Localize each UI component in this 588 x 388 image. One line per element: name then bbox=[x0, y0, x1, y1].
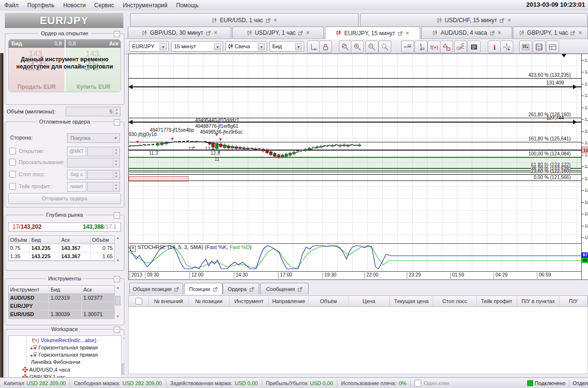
v-spacing-button[interactable] bbox=[414, 41, 428, 53]
scroll-down-icon[interactable]: ▼ bbox=[115, 315, 121, 318]
popout-icon[interactable] bbox=[398, 31, 403, 36]
tree-item-fibonacci[interactable]: Линейка Фибоначчи bbox=[31, 359, 80, 366]
zoom-out-button[interactable] bbox=[365, 41, 378, 53]
axis-scale-button[interactable] bbox=[307, 41, 320, 53]
close-icon[interactable]: × bbox=[508, 18, 511, 23]
sell-button[interactable]: Продать EUR bbox=[9, 83, 65, 90]
chart-tab[interactable]: USD/CHF, 15 минут× bbox=[360, 13, 588, 27]
zoom-reset-button[interactable] bbox=[378, 41, 391, 53]
scroll-up-icon[interactable]: ▲ bbox=[115, 236, 121, 239]
info-button[interactable]: i bbox=[488, 41, 501, 53]
slippage-checkbox[interactable] bbox=[9, 159, 16, 166]
side-select[interactable]: Покупка▼ bbox=[67, 133, 120, 143]
tree-item-hline[interactable]: Горизонтальная прямая bbox=[30, 351, 98, 359]
popout-icon[interactable] bbox=[266, 18, 271, 23]
popout-icon[interactable] bbox=[500, 18, 505, 23]
menu-item-6[interactable]: Помощь bbox=[172, 2, 203, 9]
column-header[interactable]: Стоп лосс bbox=[433, 296, 477, 306]
shapes-button[interactable] bbox=[440, 41, 453, 53]
chart-tab[interactable]: GBP/USD, 30 минут× bbox=[128, 27, 231, 39]
close-icon[interactable]: × bbox=[306, 30, 309, 35]
functions-button[interactable]: f(×) bbox=[428, 41, 441, 53]
stoploss-type-tag[interactable]: бид ≤ bbox=[67, 170, 86, 180]
positions-tab[interactable]: Позиции bbox=[184, 283, 223, 294]
one-click-checkbox[interactable] bbox=[414, 380, 421, 387]
tree-item-indicator[interactable]: f(×) VolumeRectIndic...alse) bbox=[32, 337, 96, 344]
popout-icon[interactable] bbox=[174, 287, 179, 291]
chart-layout-button[interactable] bbox=[546, 41, 559, 53]
stepper-arrows-icon[interactable]: ▲▼ bbox=[113, 108, 120, 115]
stoploss-checkbox[interactable] bbox=[9, 171, 16, 178]
zoom-in-button[interactable] bbox=[351, 41, 364, 53]
chart-tab[interactable]: GBP/JPY, 1 час× bbox=[513, 27, 588, 39]
instrument-row[interactable]: EUR/USD 1.30039 1.30071 bbox=[9, 310, 114, 319]
menu-item-3[interactable]: Новости bbox=[59, 2, 90, 9]
lock-button[interactable] bbox=[319, 41, 332, 53]
scrollbar-thumb[interactable] bbox=[115, 296, 120, 305]
open-price-stepper[interactable]: ▲▼ bbox=[87, 147, 120, 156]
tree-item-hline[interactable]: Горизонтальная прямая bbox=[30, 344, 98, 351]
column-header[interactable]: № позиции bbox=[188, 296, 229, 306]
scroll-down-icon[interactable]: ▼ bbox=[115, 259, 121, 262]
takeprofit-stepper[interactable]: ▲▼ bbox=[87, 182, 120, 192]
column-header[interactable]: Цена bbox=[348, 296, 390, 306]
buy-button[interactable]: Купить EUR bbox=[66, 83, 121, 90]
open-checkbox[interactable] bbox=[9, 148, 16, 154]
collapse-icon[interactable]: − bbox=[114, 212, 120, 219]
close-icon[interactable]: × bbox=[578, 30, 582, 35]
positions-tab[interactable]: Ордера bbox=[223, 283, 259, 294]
positions-tab[interactable]: Общая позиция bbox=[129, 283, 183, 294]
depth-scrollbar[interactable]: ▲ ▼ bbox=[114, 236, 121, 263]
chart-tab[interactable]: AUD/USD, 4 часа× bbox=[421, 27, 512, 39]
takeprofit-checkbox[interactable] bbox=[9, 183, 16, 190]
column-header[interactable]: Объём bbox=[309, 296, 348, 306]
save-chart-button[interactable] bbox=[533, 41, 546, 53]
zoom-area-button[interactable] bbox=[339, 41, 352, 53]
one-click-option[interactable]: Один-клик bbox=[411, 380, 453, 387]
period-select[interactable]: 15 минут▼ bbox=[171, 41, 223, 52]
collapse-icon[interactable]: − bbox=[114, 31, 120, 37]
tree-item-chart[interactable]: AUD/USD,4 часа bbox=[22, 366, 70, 374]
column-header[interactable]: Направление bbox=[269, 296, 309, 306]
checkbox-icon[interactable] bbox=[135, 298, 142, 305]
objects-list-button[interactable] bbox=[468, 41, 481, 53]
positions-tab[interactable]: Сообщения bbox=[260, 283, 308, 294]
stoploss-stepper[interactable]: ▲▼ bbox=[87, 170, 120, 180]
depth-row[interactable]: 0.75 143.235 143.357 0.75 bbox=[9, 244, 114, 252]
menu-item-1[interactable]: Файл bbox=[0, 2, 23, 9]
close-icon[interactable]: × bbox=[406, 31, 409, 36]
popout-icon[interactable] bbox=[206, 30, 211, 35]
popout-icon[interactable] bbox=[490, 30, 495, 35]
crosshair-button[interactable] bbox=[500, 41, 513, 53]
price-type-select[interactable]: Бид▼ bbox=[269, 41, 304, 52]
indicator-checkbox-icon[interactable]: ✕ bbox=[130, 246, 136, 251]
column-header[interactable]: Тейк профит bbox=[477, 296, 517, 306]
column-header[interactable]: Текущая цена bbox=[390, 296, 433, 306]
collapse-icon[interactable]: − bbox=[114, 327, 120, 333]
chart-tab[interactable]: EUR/JPY, 15 минут× bbox=[325, 27, 420, 39]
instrument-row[interactable]: EUR/JPY bbox=[9, 302, 114, 310]
takeprofit-type-tag[interactable]: лимит bbox=[67, 182, 86, 192]
scroll-up-icon[interactable]: ▲ bbox=[115, 286, 121, 289]
column-header[interactable]: П/У bbox=[560, 296, 588, 306]
h-spacing-button[interactable] bbox=[401, 41, 414, 53]
column-header[interactable]: № внешний bbox=[149, 296, 188, 306]
symbol-select[interactable]: EUR/JPY▼ bbox=[129, 41, 169, 52]
slippage-stepper[interactable]: ▲▼ bbox=[67, 158, 120, 167]
chart-style-select[interactable]: Свеча▼ bbox=[226, 41, 267, 52]
close-icon[interactable]: × bbox=[498, 30, 501, 35]
popout-icon[interactable] bbox=[213, 287, 218, 291]
menu-item-4[interactable]: Сервис bbox=[90, 2, 119, 9]
popout-icon[interactable] bbox=[571, 30, 575, 35]
menu-item-2[interactable]: Портфель bbox=[23, 2, 59, 9]
instruments-scrollbar[interactable]: ▲ ▼ bbox=[114, 285, 121, 319]
popout-icon[interactable] bbox=[298, 30, 303, 35]
depth-row[interactable]: 1.35 143.225 143.367 1.65 bbox=[9, 252, 114, 261]
column-header[interactable]: Инструмент bbox=[229, 296, 269, 306]
close-icon[interactable]: × bbox=[214, 30, 217, 35]
volume-stepper[interactable]: 5 ▲▼ bbox=[66, 107, 120, 116]
chart-tab[interactable]: EUR/USD, 1 час× bbox=[130, 13, 359, 27]
price-chart[interactable]: 423,60 % (132,235)261,80 % (128,160)161,… bbox=[128, 54, 588, 280]
open-type-tag[interactable]: @МКТ bbox=[67, 147, 86, 156]
palette-button[interactable] bbox=[519, 41, 532, 53]
